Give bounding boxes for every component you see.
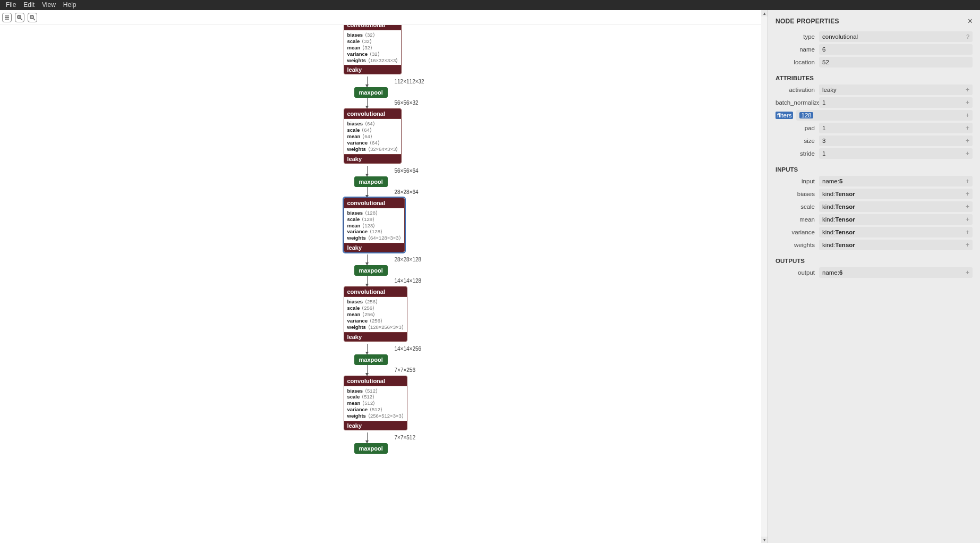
attr-value-activation[interactable]: leaky+	[819, 84, 973, 95]
input-value-scale[interactable]: kind: Tensor+	[819, 201, 973, 212]
edge-label: 28×28×64	[395, 189, 419, 195]
attr-label-activation: activation	[776, 87, 816, 93]
expand-icon[interactable]: +	[966, 216, 969, 223]
scroll-down-icon[interactable]: ▾	[761, 537, 768, 543]
zoom-out-icon[interactable]	[28, 13, 37, 22]
edge-label: 7×7×256	[395, 367, 416, 372]
node-params: biases⟨256⟩scale⟨256⟩mean⟨256⟩variance⟨2…	[344, 297, 407, 332]
attr-value-stride[interactable]: 1+	[819, 148, 973, 159]
edge: 112×112×32	[367, 77, 368, 87]
attr-label-batch_normalize: batch_normalize	[776, 99, 816, 106]
menu-help[interactable]: Help	[59, 0, 80, 10]
menu-view[interactable]: View	[38, 0, 59, 10]
attr-label-stride: stride	[776, 150, 816, 157]
node-header: convolutional	[344, 287, 407, 297]
expand-icon[interactable]: +	[966, 269, 969, 276]
attr-value-pad[interactable]: 1+	[819, 123, 973, 133]
menu-edit[interactable]: Edit	[20, 0, 38, 10]
edge-label: 28×28×128	[395, 257, 422, 262]
input-value-variance[interactable]: kind: Tensor+	[819, 227, 973, 237]
maxpool-node[interactable]: maxpool	[354, 354, 388, 365]
attr-label-filters: filters	[776, 112, 793, 119]
node-header: convolutional	[344, 25, 402, 30]
input-label-input: input	[776, 178, 816, 184]
conv-node[interactable]: convolutionalbiases⟨512⟩scale⟨512⟩mean⟨5…	[344, 376, 407, 430]
edge-label: 56×56×32	[395, 100, 419, 106]
prop-value-type[interactable]: convolutional?	[819, 31, 973, 42]
edge-label: 14×14×256	[395, 345, 422, 351]
expand-icon[interactable]: +	[966, 124, 969, 132]
prop-label-type: type	[776, 33, 816, 40]
expand-icon[interactable]: +	[966, 228, 969, 236]
output-value-output[interactable]: name: 6+	[819, 267, 973, 278]
node-footer: leaky	[344, 333, 407, 341]
scroll-up-icon[interactable]: ▴	[761, 10, 768, 16]
expand-icon[interactable]: +	[966, 241, 969, 249]
expand-icon[interactable]: +	[966, 190, 969, 198]
expand-icon[interactable]: +	[966, 150, 969, 157]
prop-value-name[interactable]: 6	[819, 44, 973, 55]
maxpool-node[interactable]: maxpool	[354, 176, 388, 187]
input-value-weights[interactable]: kind: Tensor+	[819, 240, 973, 250]
menu-file[interactable]: File	[2, 0, 20, 10]
section-inputs: INPUTS	[776, 166, 973, 173]
canvas-wrap: convolutionalbiases⟨32⟩scale⟨32⟩mean⟨32⟩…	[0, 10, 768, 543]
edge-label: 7×7×512	[395, 435, 416, 440]
maxpool-node[interactable]: maxpool	[354, 443, 388, 454]
expand-icon[interactable]: +	[966, 203, 969, 210]
graph: convolutionalbiases⟨32⟩scale⟨32⟩mean⟨32⟩…	[344, 25, 450, 454]
prop-label-location: location	[776, 59, 816, 65]
panel-title: NODE PROPERTIES	[776, 18, 839, 25]
edge-label: 14×14×128	[395, 278, 422, 284]
conv-node[interactable]: convolutionalbiases⟨128⟩scale⟨128⟩mean⟨1…	[344, 198, 405, 252]
input-label-scale: scale	[776, 203, 816, 210]
close-icon[interactable]: ×	[968, 16, 973, 26]
input-label-biases: biases	[776, 191, 816, 197]
main-area: convolutionalbiases⟨32⟩scale⟨32⟩mean⟨32⟩…	[0, 10, 980, 543]
attr-value-batch_normalize[interactable]: 1+	[819, 97, 973, 108]
expand-icon[interactable]: +	[966, 99, 969, 106]
input-value-mean[interactable]: kind: Tensor+	[819, 214, 973, 225]
edge: 28×28×128	[367, 254, 368, 265]
help-icon[interactable]: ?	[966, 33, 969, 40]
edge: 7×7×256	[367, 365, 368, 376]
edge: 14×14×128	[367, 276, 368, 286]
conv-node[interactable]: convolutionalbiases⟨32⟩scale⟨32⟩mean⟨32⟩…	[344, 25, 402, 74]
input-value-input[interactable]: name: 5+	[819, 176, 973, 186]
edge: 56×56×32	[367, 98, 368, 108]
graph-canvas[interactable]: convolutionalbiases⟨32⟩scale⟨32⟩mean⟨32⟩…	[0, 25, 761, 543]
node-params: biases⟨128⟩scale⟨128⟩mean⟨128⟩variance⟨1…	[344, 208, 404, 243]
expand-icon[interactable]: +	[966, 177, 969, 185]
edge: 28×28×64	[367, 187, 368, 198]
expand-icon[interactable]: +	[966, 86, 969, 94]
node-header: convolutional	[344, 376, 407, 386]
expand-icon[interactable]: +	[966, 137, 969, 145]
attr-label-pad: pad	[776, 125, 816, 131]
conv-node[interactable]: convolutionalbiases⟨64⟩scale⟨64⟩mean⟨64⟩…	[344, 108, 402, 163]
node-footer: leaky	[344, 65, 402, 74]
zoom-in-icon[interactable]	[15, 13, 24, 22]
input-value-biases[interactable]: kind: Tensor+	[819, 189, 973, 199]
properties-panel: NODE PROPERTIES × typeconvolutional?name…	[768, 10, 980, 543]
toolbar	[0, 10, 768, 25]
node-header: convolutional	[344, 109, 402, 119]
prop-value-location[interactable]: 52	[819, 57, 973, 67]
conv-node[interactable]: convolutionalbiases⟨256⟩scale⟨256⟩mean⟨2…	[344, 286, 407, 341]
attr-label-size: size	[776, 138, 816, 144]
maxpool-node[interactable]: maxpool	[354, 265, 388, 276]
scroll-track[interactable]	[761, 16, 768, 537]
edge: 14×14×256	[367, 344, 368, 354]
attr-value-size[interactable]: 3+	[819, 135, 973, 146]
list-icon[interactable]	[2, 13, 12, 22]
section-outputs: OUTPUTS	[776, 258, 973, 264]
input-label-weights: weights	[776, 242, 816, 248]
node-footer: leaky	[344, 155, 402, 163]
attr-value-filters[interactable]: 128+	[796, 110, 973, 121]
expand-icon[interactable]: +	[966, 112, 969, 119]
edge-label: 56×56×64	[395, 168, 419, 174]
node-header: convolutional	[344, 198, 404, 208]
section-attributes: ATTRIBUTES	[776, 75, 973, 81]
edge: 7×7×512	[367, 432, 368, 443]
vertical-scrollbar[interactable]: ▴ ▾	[761, 10, 768, 543]
maxpool-node[interactable]: maxpool	[354, 87, 388, 98]
